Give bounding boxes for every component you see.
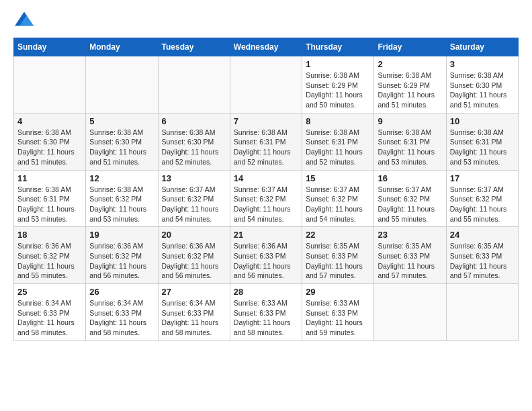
day-number: 27	[162, 287, 226, 297]
day-number: 22	[306, 230, 370, 240]
calendar-cell: 5Sunrise: 6:38 AM Sunset: 6:30 PM Daylig…	[86, 113, 158, 170]
day-detail: Sunrise: 6:38 AM Sunset: 6:31 PM Dayligh…	[17, 185, 82, 224]
col-header-monday: Monday	[86, 38, 158, 56]
day-detail: Sunrise: 6:33 AM Sunset: 6:33 PM Dayligh…	[306, 298, 370, 338]
day-number: 4	[17, 116, 82, 126]
calendar-cell: 20Sunrise: 6:36 AM Sunset: 6:32 PM Dayli…	[158, 227, 230, 284]
calendar-week-5: 25Sunrise: 6:34 AM Sunset: 6:33 PM Dayli…	[14, 284, 519, 341]
day-detail: Sunrise: 6:38 AM Sunset: 6:30 PM Dayligh…	[162, 128, 226, 167]
day-number: 14	[234, 173, 298, 183]
day-detail: Sunrise: 6:38 AM Sunset: 6:31 PM Dayligh…	[234, 128, 298, 167]
day-number: 18	[17, 230, 82, 240]
day-number: 7	[234, 116, 298, 126]
day-detail: Sunrise: 6:36 AM Sunset: 6:32 PM Dayligh…	[17, 241, 82, 281]
col-header-wednesday: Wednesday	[230, 38, 302, 56]
day-detail: Sunrise: 6:35 AM Sunset: 6:33 PM Dayligh…	[450, 241, 515, 281]
calendar-cell: 23Sunrise: 6:35 AM Sunset: 6:33 PM Dayli…	[374, 227, 446, 284]
col-header-sunday: Sunday	[14, 38, 86, 56]
calendar-cell	[230, 56, 302, 113]
calendar-week-3: 11Sunrise: 6:38 AM Sunset: 6:31 PM Dayli…	[14, 170, 519, 227]
day-number: 16	[378, 173, 442, 183]
day-detail: Sunrise: 6:38 AM Sunset: 6:30 PM Dayligh…	[450, 71, 515, 110]
calendar-cell	[374, 284, 446, 341]
day-number: 15	[306, 173, 370, 183]
calendar-week-2: 4Sunrise: 6:38 AM Sunset: 6:30 PM Daylig…	[14, 113, 519, 170]
calendar-cell: 22Sunrise: 6:35 AM Sunset: 6:33 PM Dayli…	[302, 227, 374, 284]
day-detail: Sunrise: 6:37 AM Sunset: 6:32 PM Dayligh…	[162, 185, 226, 224]
calendar-cell: 26Sunrise: 6:34 AM Sunset: 6:33 PM Dayli…	[86, 284, 158, 341]
day-detail: Sunrise: 6:34 AM Sunset: 6:33 PM Dayligh…	[162, 298, 226, 338]
calendar-cell: 27Sunrise: 6:34 AM Sunset: 6:33 PM Dayli…	[158, 284, 230, 341]
day-detail: Sunrise: 6:35 AM Sunset: 6:33 PM Dayligh…	[378, 241, 442, 281]
day-detail: Sunrise: 6:38 AM Sunset: 6:29 PM Dayligh…	[378, 71, 442, 110]
day-number: 28	[234, 287, 298, 297]
calendar-cell	[14, 56, 86, 113]
calendar-cell: 13Sunrise: 6:37 AM Sunset: 6:32 PM Dayli…	[158, 170, 230, 227]
day-detail: Sunrise: 6:38 AM Sunset: 6:31 PM Dayligh…	[378, 128, 442, 167]
calendar-cell: 25Sunrise: 6:34 AM Sunset: 6:33 PM Dayli…	[14, 284, 86, 341]
calendar-cell: 19Sunrise: 6:36 AM Sunset: 6:32 PM Dayli…	[86, 227, 158, 284]
calendar-cell: 3Sunrise: 6:38 AM Sunset: 6:30 PM Daylig…	[446, 56, 518, 113]
calendar-cell: 1Sunrise: 6:38 AM Sunset: 6:29 PM Daylig…	[302, 56, 374, 113]
day-number: 10	[450, 116, 515, 126]
day-number: 29	[306, 287, 370, 297]
col-header-friday: Friday	[374, 38, 446, 56]
calendar-cell: 15Sunrise: 6:37 AM Sunset: 6:32 PM Dayli…	[302, 170, 374, 227]
day-number: 25	[17, 287, 82, 297]
day-number: 20	[162, 230, 226, 240]
day-detail: Sunrise: 6:35 AM Sunset: 6:33 PM Dayligh…	[306, 241, 370, 281]
calendar-cell: 8Sunrise: 6:38 AM Sunset: 6:31 PM Daylig…	[302, 113, 374, 170]
calendar-cell	[86, 56, 158, 113]
calendar-cell	[158, 56, 230, 113]
calendar-cell: 17Sunrise: 6:37 AM Sunset: 6:32 PM Dayli…	[446, 170, 518, 227]
day-number: 1	[306, 59, 370, 69]
day-number: 6	[162, 116, 226, 126]
day-detail: Sunrise: 6:38 AM Sunset: 6:30 PM Dayligh…	[17, 128, 82, 167]
col-header-thursday: Thursday	[302, 38, 374, 56]
day-detail: Sunrise: 6:38 AM Sunset: 6:30 PM Dayligh…	[89, 128, 154, 167]
header	[13, 11, 519, 31]
calendar-cell: 18Sunrise: 6:36 AM Sunset: 6:32 PM Dayli…	[14, 227, 86, 284]
calendar-cell: 10Sunrise: 6:38 AM Sunset: 6:31 PM Dayli…	[446, 113, 518, 170]
calendar-week-1: 1Sunrise: 6:38 AM Sunset: 6:29 PM Daylig…	[14, 56, 519, 113]
day-number: 26	[89, 287, 154, 297]
day-detail: Sunrise: 6:37 AM Sunset: 6:32 PM Dayligh…	[378, 185, 442, 224]
day-detail: Sunrise: 6:38 AM Sunset: 6:31 PM Dayligh…	[450, 128, 515, 167]
day-detail: Sunrise: 6:37 AM Sunset: 6:32 PM Dayligh…	[450, 185, 515, 224]
calendar-cell: 28Sunrise: 6:33 AM Sunset: 6:33 PM Dayli…	[230, 284, 302, 341]
day-number: 8	[306, 116, 370, 126]
day-number: 17	[450, 173, 515, 183]
day-detail: Sunrise: 6:38 AM Sunset: 6:32 PM Dayligh…	[89, 185, 154, 224]
calendar-cell: 24Sunrise: 6:35 AM Sunset: 6:33 PM Dayli…	[446, 227, 518, 284]
calendar-table: SundayMondayTuesdayWednesdayThursdayFrid…	[13, 38, 519, 341]
day-number: 9	[378, 116, 442, 126]
calendar-cell: 29Sunrise: 6:33 AM Sunset: 6:33 PM Dayli…	[302, 284, 374, 341]
calendar-cell: 14Sunrise: 6:37 AM Sunset: 6:32 PM Dayli…	[230, 170, 302, 227]
day-detail: Sunrise: 6:37 AM Sunset: 6:32 PM Dayligh…	[306, 185, 370, 224]
day-detail: Sunrise: 6:37 AM Sunset: 6:32 PM Dayligh…	[234, 185, 298, 224]
day-number: 24	[450, 230, 515, 240]
calendar-cell: 7Sunrise: 6:38 AM Sunset: 6:31 PM Daylig…	[230, 113, 302, 170]
day-number: 5	[89, 116, 154, 126]
day-detail: Sunrise: 6:36 AM Sunset: 6:32 PM Dayligh…	[89, 241, 154, 281]
day-detail: Sunrise: 6:33 AM Sunset: 6:33 PM Dayligh…	[234, 298, 298, 338]
day-detail: Sunrise: 6:36 AM Sunset: 6:32 PM Dayligh…	[162, 241, 226, 281]
calendar-cell: 6Sunrise: 6:38 AM Sunset: 6:30 PM Daylig…	[158, 113, 230, 170]
calendar-body: 1Sunrise: 6:38 AM Sunset: 6:29 PM Daylig…	[14, 56, 519, 341]
col-header-saturday: Saturday	[446, 38, 518, 56]
calendar-cell: 4Sunrise: 6:38 AM Sunset: 6:30 PM Daylig…	[14, 113, 86, 170]
calendar-cell: 2Sunrise: 6:38 AM Sunset: 6:29 PM Daylig…	[374, 56, 446, 113]
day-number: 2	[378, 59, 442, 69]
logo	[13, 11, 34, 31]
day-number: 23	[378, 230, 442, 240]
calendar-cell	[446, 284, 518, 341]
calendar-week-4: 18Sunrise: 6:36 AM Sunset: 6:32 PM Dayli…	[14, 227, 519, 284]
day-number: 11	[17, 173, 82, 183]
day-number: 13	[162, 173, 226, 183]
day-detail: Sunrise: 6:36 AM Sunset: 6:33 PM Dayligh…	[234, 241, 298, 281]
day-detail: Sunrise: 6:38 AM Sunset: 6:29 PM Dayligh…	[306, 71, 370, 110]
calendar-cell: 9Sunrise: 6:38 AM Sunset: 6:31 PM Daylig…	[374, 113, 446, 170]
day-number: 19	[89, 230, 154, 240]
calendar-header-row: SundayMondayTuesdayWednesdayThursdayFrid…	[14, 38, 519, 56]
calendar-cell: 11Sunrise: 6:38 AM Sunset: 6:31 PM Dayli…	[14, 170, 86, 227]
